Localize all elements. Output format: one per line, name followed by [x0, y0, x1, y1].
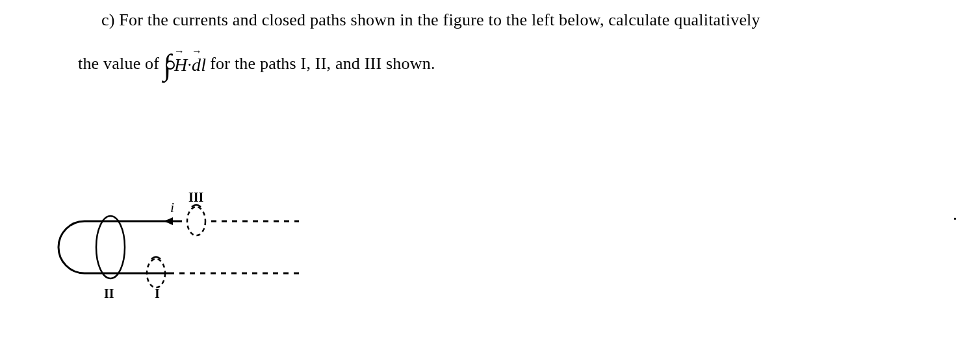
integral-symbol: ∫	[163, 50, 172, 80]
path-III-loop	[187, 207, 205, 236]
current-label-i: i	[170, 199, 174, 215]
dot-operator: ·	[187, 55, 192, 75]
vector-H: H	[174, 55, 187, 75]
figure-svg: II I III i	[26, 189, 305, 306]
stray-dot: .	[953, 208, 957, 223]
path-III-label: III	[188, 190, 204, 204]
path-II-loop	[96, 216, 125, 278]
problem-line-1: c) For the currents and closed paths sho…	[101, 10, 760, 30]
svg-marker-1	[164, 217, 173, 225]
problem-line-2: the value of ∫ H · dl for the paths I, I…	[78, 46, 435, 82]
closed-line-integral: ∫ H · dl	[163, 50, 206, 80]
path-II-label: II	[104, 286, 114, 301]
line2-post-text: for the paths I, II, and III shown.	[210, 54, 435, 74]
line2-pre-text: the value of	[78, 54, 159, 74]
path-I-label: I	[155, 286, 160, 301]
amperian-paths-figure: II I III i	[26, 189, 305, 306]
vector-dl: dl	[192, 55, 206, 75]
